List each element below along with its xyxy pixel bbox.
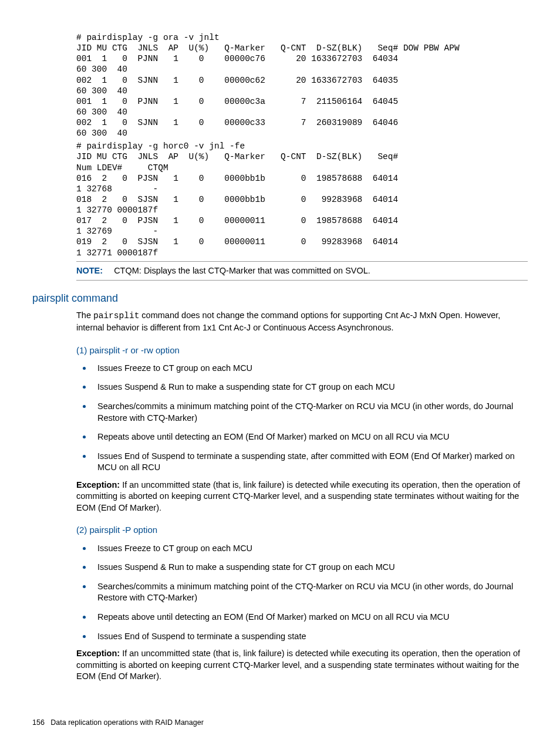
list-item: Searches/commits a minimum matching poin… — [93, 579, 528, 604]
note-text: CTQM: Displays the last CTQ-Marker that … — [114, 266, 370, 275]
subsection-2-exception: Exception: If an uncommitted state (that… — [76, 648, 528, 683]
page-footer: 156 Data replication operations with RAI… — [32, 718, 528, 728]
list-item: Issues Suspend & Run to make a suspendin… — [93, 560, 528, 573]
subsection-1-heading: (1) pairsplit -r or -rw option — [76, 345, 528, 356]
list-item: Repeats above until detecting an EOM (En… — [93, 610, 528, 623]
section-heading-pairsplit: pairsplit command — [32, 291, 528, 305]
code-block-1: # pairdisplay -g ora -v jnlt JID MU CTG … — [76, 32, 528, 139]
footer-title: Data replication operations with RAID Ma… — [50, 718, 204, 727]
list-item: Issues End of Suspend to terminate a sus… — [93, 449, 528, 474]
inline-code-pairsplit: pairsplit — [93, 311, 139, 320]
list-item: Issues Freeze to CT group on each MCU — [93, 541, 528, 555]
list-item: Issues Suspend & Run to make a suspendin… — [93, 380, 528, 393]
subsection-1-list: Issues Freeze to CT group on each MCU Is… — [76, 361, 528, 474]
list-item: Issues Freeze to CT group on each MCU — [93, 361, 528, 374]
subsection-2-list: Issues Freeze to CT group on each MCU Is… — [76, 541, 528, 642]
subsection-1-exception: Exception: If an uncommitted state (that… — [76, 480, 528, 514]
list-item: Searches/commits a minimum matching poin… — [93, 399, 528, 424]
code-block-2: # pairdisplay -g horc0 -v jnl -fe JID MU… — [76, 141, 528, 258]
note-box: NOTE: CTQM: Displays the last CTQ-Marker… — [76, 261, 528, 281]
list-item: Issues End of Suspend to terminate a sus… — [93, 629, 528, 643]
subsection-2-heading: (2) pairsplit -P option — [76, 524, 528, 536]
page-number: 156 — [32, 718, 45, 727]
note-label: NOTE: — [76, 266, 103, 275]
section-intro: The pairsplit command does not change th… — [76, 310, 528, 333]
list-item: Repeats above until detecting an EOM (En… — [93, 430, 528, 443]
